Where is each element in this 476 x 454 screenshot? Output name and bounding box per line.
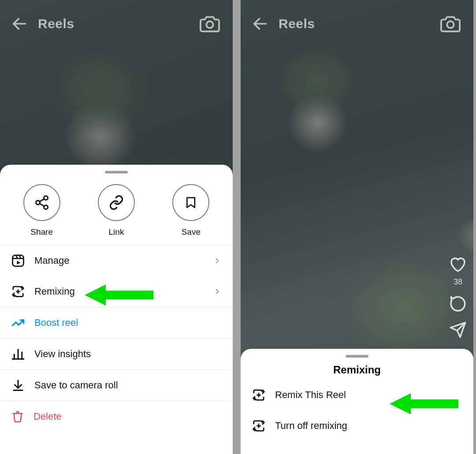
menu-turn-off-label: Turn off remixing xyxy=(275,420,347,432)
send-button[interactable] xyxy=(449,321,467,339)
back-button[interactable] xyxy=(250,14,270,33)
trash-icon xyxy=(11,410,24,423)
menu-turn-off-remixing[interactable]: Turn off remixing xyxy=(241,410,473,441)
remixing-sheet: Remixing Remix This Reel Turn off remixi… xyxy=(241,349,473,454)
engagement-rail: 38 xyxy=(449,255,467,339)
chevron-right-icon xyxy=(213,257,221,265)
share-icon xyxy=(34,195,50,210)
svg-point-18 xyxy=(447,21,454,28)
menu-manage[interactable]: Manage xyxy=(0,245,233,276)
remix-icon xyxy=(252,388,265,402)
options-sheet: Share Link Save Manage xyxy=(0,165,233,454)
topbar-right: Reels xyxy=(241,0,473,40)
menu-save-camera-roll[interactable]: Save to camera roll xyxy=(0,370,233,401)
comment-button[interactable] xyxy=(449,295,467,313)
screenshot-right: Reels 38 Remixing Remix This Reel Turn o… xyxy=(241,0,473,454)
heart-icon xyxy=(449,255,467,273)
chevron-right-icon xyxy=(213,288,221,295)
download-icon xyxy=(11,379,25,392)
camera-icon xyxy=(200,15,220,33)
share-icon-circle xyxy=(23,184,60,221)
menu-remix-this-label: Remix This Reel xyxy=(275,389,346,401)
page-title: Reels xyxy=(38,16,74,31)
menu-delete-label: Delete xyxy=(33,411,62,422)
bar-chart-icon xyxy=(11,347,25,361)
menu-view-insights[interactable]: View insights xyxy=(0,339,233,369)
like-button[interactable] xyxy=(449,255,467,273)
remix-icon xyxy=(252,419,265,432)
menu-remixing[interactable]: Remixing xyxy=(0,276,233,307)
like-count: 38 xyxy=(454,277,462,287)
save-label: Save xyxy=(182,227,201,237)
topbar-left: Reels xyxy=(0,0,233,40)
link-action[interactable]: Link xyxy=(92,184,141,237)
menu-delete[interactable]: Delete xyxy=(0,401,233,432)
trend-up-icon xyxy=(11,316,25,329)
share-label: Share xyxy=(30,227,53,237)
remix-icon xyxy=(11,285,25,298)
menu-save-roll-label: Save to camera roll xyxy=(34,380,118,391)
svg-line-6 xyxy=(40,203,44,206)
menu-remix-this-reel[interactable]: Remix This Reel xyxy=(241,380,473,410)
quick-actions-row: Share Link Save xyxy=(0,174,233,245)
link-icon xyxy=(108,195,124,210)
save-icon-circle xyxy=(172,184,209,221)
sheet-grabber[interactable] xyxy=(105,171,128,173)
sheet-grabber[interactable] xyxy=(346,355,368,358)
arrow-left-icon xyxy=(11,15,28,33)
menu-insights-label: View insights xyxy=(34,348,91,360)
share-action[interactable]: Share xyxy=(18,184,66,237)
page-title: Reels xyxy=(279,16,315,31)
svg-rect-7 xyxy=(13,255,24,266)
arrow-left-icon xyxy=(251,15,269,33)
screenshot-left: Reels Share Link xyxy=(0,0,233,454)
comment-icon xyxy=(449,295,467,313)
bookmark-icon xyxy=(184,195,197,210)
sheet-title: Remixing xyxy=(241,358,473,380)
back-button[interactable] xyxy=(10,14,29,33)
link-label: Link xyxy=(109,227,124,237)
svg-point-1 xyxy=(206,21,213,28)
menu-manage-label: Manage xyxy=(34,255,70,266)
send-icon xyxy=(449,321,467,339)
menu-boost-label: Boost reel xyxy=(34,317,78,329)
reels-manage-icon xyxy=(11,254,25,267)
save-action[interactable]: Save xyxy=(167,184,215,237)
svg-line-5 xyxy=(40,199,44,202)
menu-boost-reel[interactable]: Boost reel xyxy=(0,307,233,338)
camera-icon xyxy=(440,15,461,33)
camera-button[interactable] xyxy=(197,12,223,36)
link-icon-circle xyxy=(98,184,135,221)
camera-button[interactable] xyxy=(437,12,464,36)
menu-remixing-label: Remixing xyxy=(34,286,75,297)
